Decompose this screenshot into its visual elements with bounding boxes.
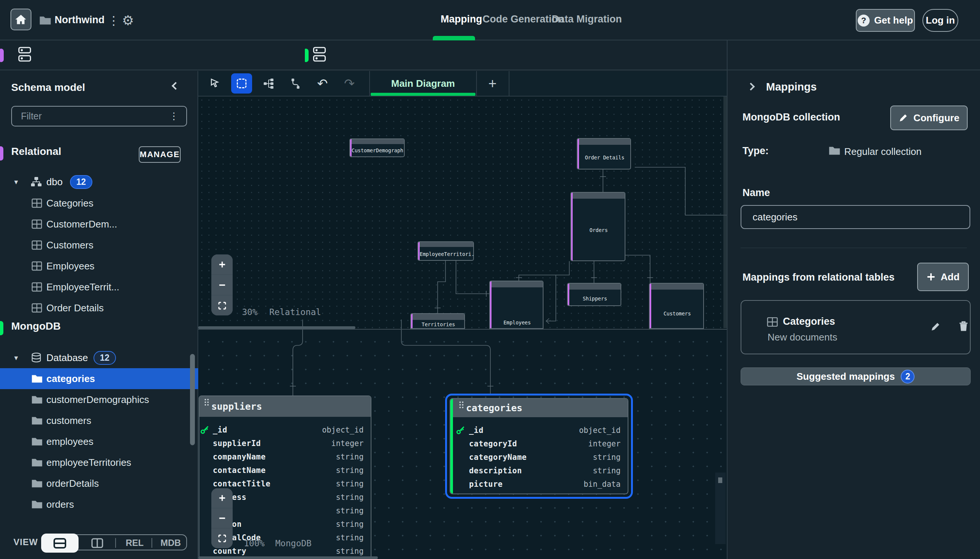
configure-label: Configure — [913, 112, 959, 124]
caret-down-icon[interactable]: ▾ — [14, 177, 18, 186]
panel-collapse-button[interactable] — [748, 84, 754, 91]
log-in-button[interactable]: Log in — [922, 9, 958, 32]
project-menu-kebab-icon[interactable]: ⋮ — [108, 13, 120, 28]
scrollbar-thumb[interactable] — [718, 478, 722, 483]
rel-table-territories[interactable]: Territories — [410, 313, 465, 329]
sidebar-item-orders-collection[interactable]: orders — [0, 494, 198, 515]
configure-button[interactable]: Configure — [890, 106, 968, 130]
connector-style-button[interactable] — [285, 73, 306, 94]
marquee-select-button[interactable] — [231, 73, 252, 94]
table-icon — [31, 198, 42, 208]
field-row[interactable]: _id object_id — [200, 423, 371, 437]
manage-button[interactable]: MANAGE — [139, 146, 181, 163]
zoom-fit-button[interactable] — [211, 529, 233, 548]
table-header — [350, 139, 404, 144]
field-row[interactable]: descriptionstring — [450, 464, 628, 478]
delete-trash-icon[interactable] — [958, 321, 969, 332]
undo-button[interactable]: ↶ — [312, 73, 333, 94]
view-mode-rel-button[interactable]: REL — [126, 538, 144, 548]
rel-table-customers[interactable]: Customers — [649, 283, 704, 329]
collection-name-input[interactable]: categories — [741, 205, 970, 229]
sidebar-item-employees-collection[interactable]: employees — [0, 431, 198, 452]
get-help-button[interactable]: ? Get help — [856, 9, 915, 32]
categories-header[interactable]: categories — [450, 399, 628, 417]
auto-layout-button[interactable] — [258, 73, 279, 94]
rel-table-shippers[interactable]: Shippers — [567, 283, 621, 306]
collection-label: employees — [46, 436, 94, 448]
dbo-label: dbo — [46, 176, 63, 188]
mongodb-diagram-section[interactable]: suppliers _id object_id supplierIdintege… — [198, 330, 728, 559]
tab-data-migration[interactable]: Data Migration — [552, 13, 622, 25]
rel-table-employeeterritories[interactable]: EmployeeTerritori... — [417, 241, 474, 261]
zoom-fit-button[interactable] — [211, 296, 233, 316]
mongodb-vertical-scrollbar[interactable] — [715, 473, 726, 544]
rel-table-order-details[interactable]: Order Details — [577, 138, 631, 169]
table-header — [411, 314, 464, 320]
diagram-tab-underline — [371, 93, 475, 96]
sidebar-item-employeeterritories-collection[interactable]: employeeTerritories — [0, 452, 198, 473]
field-row[interactable]: _id object_id — [450, 423, 628, 437]
folder-icon — [31, 416, 43, 425]
suppliers-header[interactable]: suppliers — [200, 396, 371, 417]
table-name: Order Details — [579, 154, 630, 160]
edit-pencil-icon[interactable] — [930, 321, 941, 332]
sidebar-item-categories-table[interactable]: Categories — [0, 193, 198, 213]
sidebar-item-order-details-table[interactable]: Order Details — [0, 298, 198, 318]
relational-horizontal-scrollbar[interactable] — [198, 326, 355, 329]
select-cursor-button[interactable] — [204, 73, 225, 94]
collection-label: employeeTerritories — [46, 457, 131, 468]
zoom-in-button[interactable] — [211, 488, 233, 508]
zoom-in-button[interactable] — [211, 255, 233, 274]
rel-table-customerdemographics[interactable]: CustomerDemograph... — [349, 139, 405, 157]
rel-table-employees[interactable]: Employees — [489, 281, 543, 329]
collection-label: customers — [46, 415, 91, 427]
field-row[interactable]: contactNamestring — [200, 463, 371, 477]
view-mode-mdb-button[interactable]: MDB — [160, 538, 181, 548]
caret-down-icon[interactable]: ▾ — [14, 353, 18, 362]
filter-options-kebab-icon[interactable]: ⋮ — [169, 110, 179, 122]
sidebar-item-customerdemographics-collection[interactable]: customerDemographics — [0, 389, 198, 410]
filter-input[interactable]: Filter ⋮ — [11, 106, 187, 126]
field-row[interactable]: categoryNamestring — [450, 450, 628, 464]
diagram-tab-main[interactable]: Main Diagram — [370, 71, 476, 96]
suggested-mappings-button[interactable]: Suggested mappings 2 — [741, 367, 971, 385]
rel-table-orders[interactable]: Orders — [571, 192, 625, 261]
sidebar-item-customers-collection[interactable]: customers — [0, 410, 198, 431]
table-header — [571, 193, 625, 198]
sidebar-collapse-button[interactable] — [173, 83, 178, 90]
field-row[interactable]: supplierIdinteger — [200, 437, 371, 450]
relational-diagram-section[interactable]: CustomerDemograph... Order Details Order… — [198, 96, 728, 329]
mongodb-horizontal-scrollbar[interactable] — [198, 556, 378, 559]
settings-gear-icon[interactable]: ⚙ — [122, 13, 134, 28]
primary-key-icon — [456, 425, 466, 435]
zoom-out-button[interactable] — [211, 275, 233, 295]
field-row[interactable]: picturebin_data — [450, 478, 628, 491]
view-mode-split-horizontal-button[interactable] — [41, 534, 79, 552]
schema-icon — [31, 177, 42, 187]
tab-mapping[interactable]: Mapping — [441, 13, 482, 25]
field-name: supplierId — [213, 439, 261, 448]
sidebar-item-orderdetails-collection[interactable]: orderDetails — [0, 473, 198, 494]
add-diagram-button[interactable]: + — [476, 71, 509, 96]
sidebar-item-database[interactable]: ▾ Database 12 — [0, 347, 198, 368]
sidebar-item-customerdem-table[interactable]: CustomerDem... — [0, 213, 198, 235]
add-mapping-button[interactable]: Add — [917, 263, 969, 291]
table-name: CustomerDemograph... — [351, 147, 404, 154]
field-row[interactable]: categoryIdinteger — [450, 437, 628, 450]
field-row[interactable]: companyNamestring — [200, 450, 371, 463]
mongodb-section-header: MongoDB — [11, 320, 61, 332]
mongo-table-categories[interactable]: categories _id object_id categoryIdinteg… — [450, 398, 629, 494]
mongo-table-categories-selection[interactable]: categories _id object_id categoryIdinteg… — [445, 394, 633, 499]
mapping-card-categories[interactable]: Categories New documents — [741, 300, 971, 354]
zoom-out-button[interactable] — [211, 508, 233, 528]
sidebar-item-dbo[interactable]: ▾ dbo 12 — [0, 171, 198, 192]
sidebar-item-customers-table[interactable]: Customers — [0, 235, 198, 256]
sidebar-item-employeeterrit-table[interactable]: EmployeeTerrit... — [0, 276, 198, 298]
home-button[interactable] — [10, 8, 31, 30]
sidebar-item-employees-table[interactable]: Employees — [0, 256, 198, 276]
redo-button[interactable]: ↷ — [339, 73, 360, 94]
minus-icon — [218, 281, 226, 289]
view-mode-split-vertical-button[interactable] — [91, 538, 103, 548]
sidebar-scrollbar[interactable] — [190, 354, 195, 445]
sidebar-item-categories-collection[interactable]: categories — [0, 368, 198, 389]
